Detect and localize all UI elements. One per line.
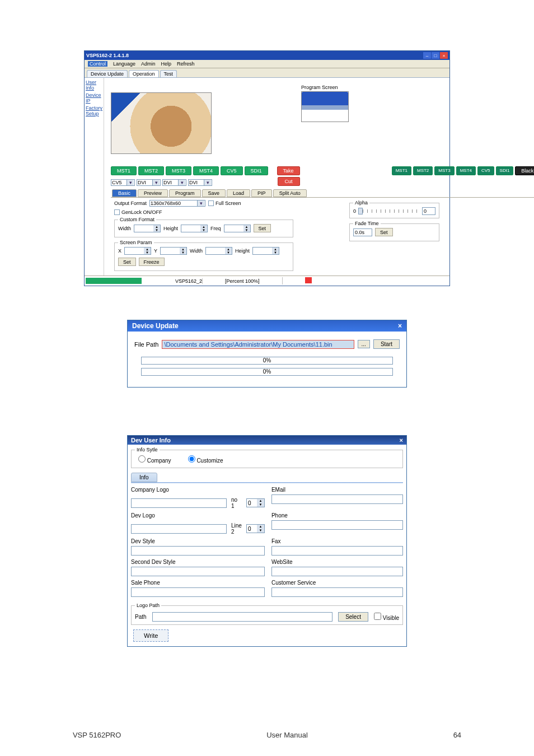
mst4-button[interactable]: MST4 <box>193 166 219 175</box>
alpha-label: Alpha <box>353 200 369 206</box>
select-button[interactable]: Select <box>338 612 368 622</box>
menu-admin[interactable]: Admin <box>141 61 156 67</box>
chevron-down-icon: ▾ <box>178 180 185 185</box>
company-logo-input[interactable] <box>131 498 227 508</box>
radio-company[interactable]: Company <box>138 455 171 464</box>
start-button[interactable]: Start <box>373 339 400 349</box>
write-button[interactable]: Write <box>133 629 168 642</box>
config-area: Output Format 1360x768x60 ▾ Full Screen <box>111 197 534 273</box>
chevron-down-icon: ▾ <box>127 180 134 185</box>
cut-button[interactable]: Cut <box>278 177 300 186</box>
sub-tab-splitauto[interactable]: Split Auto <box>273 189 307 197</box>
maximize-icon[interactable]: □ <box>432 52 439 59</box>
fade-value[interactable] <box>353 228 372 236</box>
sub-tabs: Basic Preview Program Save Load PIP Spli… <box>111 189 534 197</box>
no1-stepper[interactable]: ▲▼ <box>246 498 265 507</box>
take-button[interactable]: Take <box>277 166 300 175</box>
menu-help[interactable]: Help <box>161 61 172 67</box>
program-screen <box>301 91 349 122</box>
browse-button[interactable]: ... <box>358 340 370 348</box>
page-footer: VSP 5162PRO User Manual 64 <box>0 731 534 739</box>
menu-bar: Control Language Admin Help Refresh <box>85 60 449 68</box>
line2-label: Line 2 <box>231 522 242 535</box>
visible-check[interactable]: Visible <box>374 613 399 621</box>
du-close-icon[interactable]: × <box>398 322 402 330</box>
footer-product: VSP 5162PRO <box>73 731 121 739</box>
y-stepper[interactable]: ▲▼ <box>160 247 187 255</box>
prog-cv5[interactable]: CV5 <box>477 166 494 175</box>
prog-mst1[interactable]: MST1 <box>392 166 411 175</box>
website-input[interactable] <box>271 567 403 576</box>
logo-path-input[interactable] <box>152 612 333 622</box>
sub-tab-preview[interactable]: Preview <box>138 189 168 197</box>
fade-set-button[interactable]: Set <box>375 228 393 236</box>
tab-test[interactable]: Test <box>160 70 177 77</box>
prog-mst4[interactable]: MST4 <box>456 166 476 175</box>
tab-device-update[interactable]: Device Update <box>87 70 128 77</box>
dev-logo-label: Dev Logo <box>131 512 265 519</box>
tab-operation[interactable]: Operation <box>129 70 159 77</box>
logo-path-legend: Logo Path <box>135 603 161 608</box>
info-style-group: Info Sytle Company Customize <box>131 447 403 468</box>
logo-path-group: Logo Path Path Select Visible <box>131 603 403 625</box>
x-stepper[interactable]: ▲▼ <box>124 247 151 255</box>
select-4[interactable]: DVI▾ <box>188 179 212 186</box>
sidebar-device-ip[interactable]: Device IP <box>86 92 102 104</box>
sp-width-label: Width <box>190 248 203 254</box>
full-screen-check[interactable]: Full Screen <box>208 200 241 206</box>
custom-format-legend: Custom Format <box>118 217 156 222</box>
prog-sdi1[interactable]: SDI1 <box>496 166 514 175</box>
mst1-button[interactable]: MST1 <box>111 166 137 175</box>
email-input[interactable] <box>271 494 403 504</box>
sub-tab-load[interactable]: Load <box>227 189 250 197</box>
sub-tab-program[interactable]: Program <box>169 189 201 197</box>
select-3[interactable]: DVI▾ <box>162 179 186 186</box>
prog-mst2[interactable]: MST2 <box>413 166 433 175</box>
second-dev-style-input[interactable] <box>131 567 265 576</box>
sidebar-factory-setup[interactable]: Factory Setup <box>86 105 102 116</box>
black-button[interactable]: Black <box>515 166 534 175</box>
sub-tab-pip[interactable]: PIP <box>251 189 272 197</box>
info-tab[interactable]: Info <box>131 473 157 482</box>
genlock-check[interactable]: GenLock ON/OFF <box>114 209 162 215</box>
menu-language[interactable]: Language <box>113 61 135 67</box>
select-2[interactable]: DVI▾ <box>137 179 161 186</box>
customer-service-input[interactable] <box>271 587 403 597</box>
close-icon[interactable]: × <box>440 52 448 59</box>
alpha-slider[interactable] <box>358 209 420 213</box>
fax-input[interactable] <box>271 546 403 556</box>
height-stepper[interactable]: ▲▼ <box>181 225 208 232</box>
sale-phone-input[interactable] <box>131 587 265 597</box>
select-1[interactable]: CV5▾ <box>111 179 135 186</box>
sub-tab-save[interactable]: Save <box>202 189 226 197</box>
freq-stepper[interactable]: ▲▼ <box>224 225 251 232</box>
menu-refresh[interactable]: Refresh <box>177 61 195 67</box>
second-dev-style-label: Second Dev Style <box>131 559 265 565</box>
dev-logo-input[interactable] <box>131 524 227 534</box>
radio-customize[interactable]: Customize <box>188 455 223 464</box>
phone-input[interactable] <box>271 520 403 530</box>
preview-pane: Program Screen MST1 MST2 MST3 MST4 CV5 S… <box>104 78 534 276</box>
width-stepper[interactable]: ▲▼ <box>134 225 161 232</box>
website-label: WebSite <box>271 559 403 565</box>
dev-style-input[interactable] <box>131 546 265 556</box>
mst3-button[interactable]: MST3 <box>166 166 191 175</box>
alpha-value[interactable] <box>422 207 435 215</box>
progress-1: 0% <box>141 357 393 365</box>
sdi1-button[interactable]: SDI1 <box>245 166 268 175</box>
cv5-button[interactable]: CV5 <box>221 166 243 175</box>
minimize-icon[interactable]: – <box>423 52 431 59</box>
dv-close-icon[interactable]: × <box>400 437 403 444</box>
mst2-button[interactable]: MST2 <box>138 166 164 175</box>
freeze-button[interactable]: Freeze <box>139 258 165 266</box>
menu-control[interactable]: Control <box>88 61 107 67</box>
sp-width-stepper[interactable]: ▲▼ <box>205 247 232 255</box>
output-format-select[interactable]: 1360x768x60 ▾ <box>149 200 205 207</box>
prog-mst3[interactable]: MST3 <box>434 166 454 175</box>
sp-height-stepper[interactable]: ▲▼ <box>252 247 279 255</box>
sidebar-user-info[interactable]: User Info <box>86 80 102 91</box>
line2-stepper[interactable]: ▲▼ <box>246 524 265 533</box>
sp-set-button[interactable]: Set <box>118 258 136 266</box>
sub-tab-basic[interactable]: Basic <box>112 189 137 197</box>
custom-set-button[interactable]: Set <box>254 224 271 232</box>
